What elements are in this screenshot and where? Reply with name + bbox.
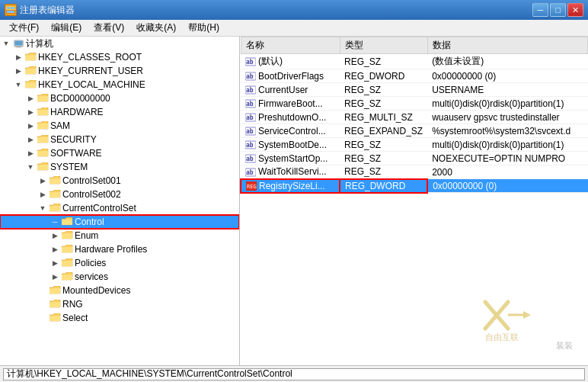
menu-view[interactable]: 查看(V): [88, 20, 130, 36]
tree-node-hkcr[interactable]: ▶ HKEY_CLASSES_ROOT: [0, 50, 239, 64]
menu-help[interactable]: 帮助(H): [182, 20, 225, 36]
svg-text:REG: REG: [247, 184, 257, 190]
cell-name: abWaitToKillServi...: [241, 165, 340, 179]
cell-name-text: PreshutdownO...: [258, 112, 326, 123]
table-row[interactable]: abPreshutdownO...REG_MULTI_SZwuauserv gp…: [241, 111, 588, 124]
app-window: 注册表编辑器 ─ □ ✕ 文件(F) 编辑(E) 查看(V) 收藏夹(A) 帮助…: [0, 0, 588, 382]
table-row[interactable]: abSystemStartOp...REG_SZNOEXECUTE=OPTIN …: [241, 152, 588, 165]
computer-icon: [12, 37, 24, 50]
cell-data: USERNAME: [427, 83, 587, 97]
close-button[interactable]: ✕: [567, 3, 583, 17]
ab-icon: ab: [245, 126, 258, 136]
folder-icon: [49, 202, 61, 214]
cell-data: multi(0)disk(0)rdisk(0)partition(1): [427, 97, 587, 111]
titlebar: 注册表编辑器 ─ □ ✕: [0, 0, 588, 20]
table-row[interactable]: abServiceControl...REG_EXPAND_SZ%systemr…: [241, 124, 588, 138]
table-row[interactable]: abCurrentUserREG_SZUSERNAME: [241, 83, 588, 97]
folder-icon: [37, 120, 49, 132]
cell-name: abServiceControl...: [241, 124, 340, 138]
svg-text:ab: ab: [246, 128, 254, 135]
window-controls: ─ □ ✕: [532, 3, 583, 17]
cell-name-text: FirmwareBoot...: [258, 98, 323, 109]
minimize-button[interactable]: ─: [532, 3, 548, 17]
tree-node-policies[interactable]: ▶ Policies: [0, 256, 239, 270]
expand-arrow: ▶: [37, 174, 49, 188]
cell-name: abPreshutdownO...: [241, 111, 340, 124]
tree-node-mounteddevices[interactable]: MountedDevices: [0, 284, 239, 297]
tree-node-security[interactable]: ▶ SECURITY: [0, 133, 239, 146]
menu-edit[interactable]: 编辑(E): [45, 20, 88, 36]
table-row[interactable]: REGRegistrySizeLi...REG_DWORD0x00000000 …: [241, 179, 588, 193]
tree-label: Select: [62, 313, 88, 323]
tree-label: SECURITY: [50, 134, 97, 145]
cell-data: wuauserv gpsvc trustedinstaller: [427, 111, 587, 124]
expand-arrow: ─: [49, 215, 61, 229]
tree-node-enum[interactable]: ▶ Enum: [0, 229, 239, 242]
table-row[interactable]: abFirmwareBoot...REG_SZmulti(0)disk(0)rd…: [241, 97, 588, 111]
table-row[interactable]: abSystemBootDe...REG_SZmulti(0)disk(0)rd…: [241, 138, 588, 152]
tree-label: HARDWARE: [50, 107, 104, 117]
table-row[interactable]: abWaitToKillServi...REG_SZ2000: [241, 165, 588, 179]
cell-data: 0x00000000 (0): [427, 69, 587, 83]
tree-label: HKEY_LOCAL_MACHINE: [38, 79, 145, 90]
folder-icon: [24, 65, 37, 77]
folder-icon: [61, 216, 73, 228]
ab-icon: ab: [245, 153, 258, 164]
ab-icon: ab: [245, 166, 258, 177]
menu-favorites[interactable]: 收藏夹(A): [130, 20, 182, 36]
tree-node-hardware[interactable]: ▶ HARDWARE: [0, 105, 239, 119]
cell-type: REG_SZ: [340, 83, 427, 97]
maximize-button[interactable]: □: [550, 3, 566, 17]
expand-arrow: ▶: [12, 64, 24, 78]
menu-file[interactable]: 文件(F): [3, 20, 45, 36]
tree-label: SOFTWARE: [50, 148, 102, 159]
tree-node-system[interactable]: ▼ SYSTEM: [0, 160, 239, 174]
folder-icon: [37, 161, 49, 173]
folder-icon: [49, 188, 61, 201]
expand-arrow: ▶: [37, 188, 49, 201]
tree-label: BCD00000000: [50, 93, 110, 104]
expand-arrow: ▶: [49, 229, 61, 242]
tree-node-currentcontrolset[interactable]: ▼ CurrentControlSet: [0, 201, 239, 215]
expand-arrow: ▼: [37, 201, 49, 215]
tree-node-select[interactable]: Select: [0, 311, 239, 325]
ab-icon: ab: [245, 140, 258, 150]
cell-name: REGRegistrySizeLi...: [241, 179, 340, 193]
cell-name-text: ServiceControl...: [258, 126, 326, 136]
tree-node-rng[interactable]: RNG: [0, 297, 239, 311]
cell-type: REG_DWORD: [340, 69, 427, 83]
tree-node-hklm[interactable]: ▼ HKEY_LOCAL_MACHINE: [0, 78, 239, 91]
expand-arrow: [37, 311, 49, 325]
cell-name-text: BootDriverFlags: [258, 71, 324, 82]
tree-node-controlset001[interactable]: ▶ ControlSet001: [0, 174, 239, 188]
cell-name: abFirmwareBoot...: [241, 97, 340, 111]
menubar: 文件(F) 编辑(E) 查看(V) 收藏夹(A) 帮助(H): [0, 20, 588, 37]
cell-type: REG_SZ: [340, 54, 427, 69]
tree-node-hwprofiles[interactable]: ▶ Hardware Profiles: [0, 242, 239, 256]
app-icon: [5, 4, 17, 16]
tree-node-bcd[interactable]: ▶ BCD00000000: [0, 91, 239, 105]
expand-arrow: ▶: [24, 119, 37, 133]
tree-node-sam[interactable]: ▶ SAM: [0, 119, 239, 133]
svg-rect-4: [7, 11, 14, 13]
folder-icon: [49, 298, 61, 310]
status-path: 计算机\HKEY_LOCAL_MACHINE\SYSTEM\CurrentCon…: [3, 368, 585, 380]
tree-node-control[interactable]: ─ Control: [0, 215, 239, 229]
registry-data-panel[interactable]: 名称 类型 数据 ab(默认)REG_SZ(数值未设置)abBootDriver…: [240, 37, 588, 365]
svg-text:ab: ab: [246, 59, 254, 66]
tree-label: services: [75, 271, 108, 282]
folder-icon: [61, 271, 73, 283]
table-row[interactable]: ab(默认)REG_SZ(数值未设置): [241, 54, 588, 69]
tree-node-hkcu[interactable]: ▶ HKEY_CURRENT_USER: [0, 64, 239, 78]
expand-arrow: ▶: [24, 146, 37, 160]
folder-icon: [61, 243, 73, 255]
tree-node-services[interactable]: ▶ services: [0, 270, 239, 284]
tree-node-software[interactable]: ▶ SOFTWARE: [0, 146, 239, 160]
tree-label: ControlSet001: [62, 175, 121, 186]
registry-tree[interactable]: ▼ 计算机 ▶: [0, 37, 240, 365]
tree-node-controlset002[interactable]: ▶ ControlSet002: [0, 188, 239, 201]
cell-data: %systemroot%\system32\svcext.d: [427, 124, 587, 138]
tree-node-computer[interactable]: ▼ 计算机: [0, 37, 239, 50]
folder-icon: [49, 175, 61, 187]
table-row[interactable]: abBootDriverFlagsREG_DWORD0x00000000 (0): [241, 69, 588, 83]
